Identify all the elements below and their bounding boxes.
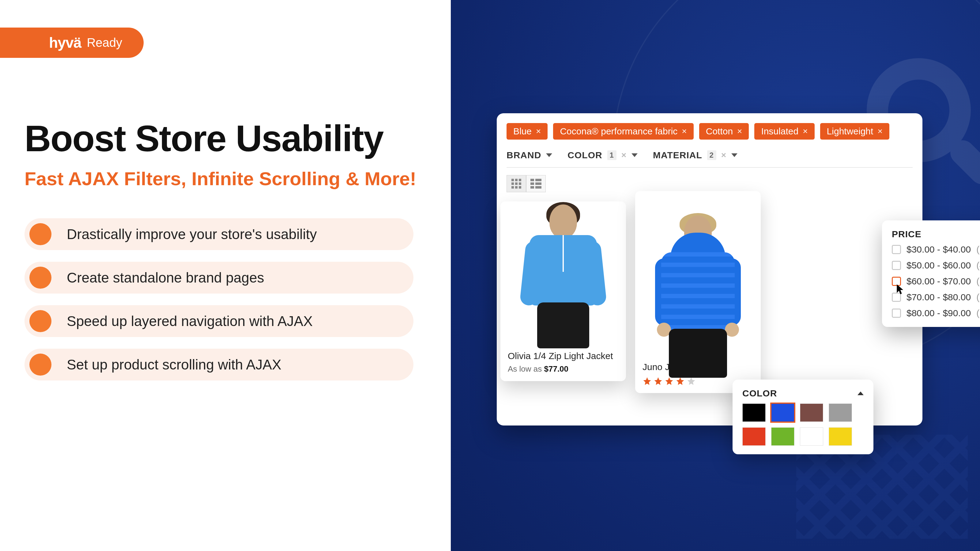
price-range-count: (1) xyxy=(976,244,980,255)
price-option[interactable]: $80.00 - $90.00 (1) xyxy=(892,308,980,318)
filter-chip-insulated[interactable]: Insulated × xyxy=(754,123,814,140)
bullet-dot-icon xyxy=(29,354,51,376)
filter-clear-icon[interactable]: × xyxy=(721,150,726,160)
subheadline: Fast AJAX Filters, Infinite Scrolling & … xyxy=(24,167,426,191)
feature-bullet-list: Drastically improve your store's usabili… xyxy=(24,218,426,381)
chevron-down-icon xyxy=(546,153,552,157)
chip-remove-icon[interactable]: × xyxy=(682,126,687,136)
price-option[interactable]: $60.00 - $70.00 (3) xyxy=(892,276,980,286)
price-range-count: (1) xyxy=(976,308,980,318)
filter-label: MATERIAL xyxy=(653,150,702,160)
price-range-label: $30.00 - $40.00 xyxy=(907,244,971,255)
filter-label: BRAND xyxy=(506,150,541,160)
model-illustration xyxy=(520,205,606,345)
filter-chip-cotton[interactable]: Cotton × xyxy=(699,123,749,140)
price-option[interactable]: $50.00 - $60.00 (4) xyxy=(892,260,980,271)
feature-bullet: Speed up layered navigation with AJAX xyxy=(24,305,414,337)
checkbox-icon[interactable] xyxy=(892,308,901,318)
price-range-count: (3) xyxy=(976,292,980,302)
bullet-dot-icon xyxy=(29,310,51,332)
star-icon xyxy=(676,376,685,386)
star-icon xyxy=(643,376,652,386)
chip-label: Cocona® performance fabric xyxy=(560,126,678,137)
price-prefix: As low as xyxy=(508,364,544,373)
checkbox-icon[interactable] xyxy=(892,245,901,254)
filter-chip-cocona[interactable]: Cocona® performance fabric × xyxy=(553,123,694,140)
feature-bullet: Drastically improve your store's usabili… xyxy=(24,218,414,250)
bullet-dot-icon xyxy=(29,267,51,289)
filter-clear-icon[interactable]: × xyxy=(621,150,627,160)
color-swatch-green[interactable] xyxy=(771,427,794,446)
chevron-up-icon[interactable] xyxy=(858,392,864,395)
color-filter-popover: COLOR xyxy=(733,380,873,454)
bullet-text: Create standalone brand pages xyxy=(67,269,264,286)
product-image xyxy=(500,202,626,345)
popover-title: PRICE xyxy=(892,229,921,240)
active-filter-chips: Blue × Cocona® performance fabric × Cott… xyxy=(506,123,913,140)
price-option[interactable]: $70.00 - $80.00 (3) xyxy=(892,292,980,302)
filter-label: COLOR xyxy=(568,150,602,160)
filter-count-badge: 1 xyxy=(607,150,616,160)
star-icon xyxy=(654,376,663,386)
price-option-list: $30.00 - $40.00 (1) $50.00 - $60.00 (4) … xyxy=(892,244,980,318)
price-range-label: $50.00 - $60.00 xyxy=(907,260,971,271)
color-swatch-brown[interactable] xyxy=(800,403,823,422)
product-image xyxy=(635,191,761,356)
chip-label: Lightweight xyxy=(827,126,873,137)
filter-color[interactable]: COLOR 1 × xyxy=(568,150,638,160)
product-card-juno[interactable]: Juno Jacket xyxy=(635,191,761,393)
chip-remove-icon[interactable]: × xyxy=(877,126,882,136)
filter-attribute-bar: BRAND COLOR 1 × MATERIAL 2 × xyxy=(506,150,913,168)
star-icon xyxy=(687,376,696,386)
price-filter-popover: PRICE $30.00 - $40.00 (1) $50.00 - $60.0… xyxy=(882,221,980,327)
chip-remove-icon[interactable]: × xyxy=(737,126,742,136)
color-swatch-blue[interactable] xyxy=(771,403,794,422)
price-option[interactable]: $30.00 - $40.00 (1) xyxy=(892,244,980,255)
price-range-label: $60.00 - $70.00 xyxy=(907,276,971,286)
chip-label: Insulated xyxy=(761,126,799,137)
color-swatch-red[interactable] xyxy=(742,427,766,446)
model-illustration xyxy=(655,216,741,356)
chip-remove-icon[interactable]: × xyxy=(536,126,541,136)
product-name: Olivia 1/4 Zip Light Jacket xyxy=(508,351,619,361)
list-view-button[interactable] xyxy=(526,175,546,192)
bullet-dot-icon xyxy=(29,223,51,245)
filter-material[interactable]: MATERIAL 2 × xyxy=(653,150,737,160)
color-swatch-grid xyxy=(742,403,864,446)
chip-label: Cotton xyxy=(706,126,733,137)
color-swatch-yellow[interactable] xyxy=(829,427,852,446)
filter-brand[interactable]: BRAND xyxy=(506,150,552,160)
demo-right-panel: Blue × Cocona® performance fabric × Cott… xyxy=(451,0,980,551)
filter-chip-lightweight[interactable]: Lightweight × xyxy=(820,123,889,140)
bullet-text: Speed up layered navigation with AJAX xyxy=(67,313,313,329)
color-swatch-black[interactable] xyxy=(742,403,766,422)
popover-title: COLOR xyxy=(742,388,777,399)
feature-bullet: Create standalone brand pages xyxy=(24,262,414,294)
headline: Boost Store Usability xyxy=(24,119,426,158)
price-range-count: (4) xyxy=(976,260,980,271)
price-range-label: $80.00 - $90.00 xyxy=(907,308,971,318)
color-swatch-gray[interactable] xyxy=(829,403,852,422)
mouse-cursor-icon xyxy=(896,283,905,295)
checkbox-icon[interactable] xyxy=(892,261,901,270)
filter-chip-blue[interactable]: Blue × xyxy=(506,123,547,140)
chevron-down-icon xyxy=(632,153,638,157)
price-range-label: $70.00 - $80.00 xyxy=(907,292,971,302)
hyva-ready-label: Ready xyxy=(87,36,122,49)
product-price-line: As low as $77.00 xyxy=(508,364,619,374)
chevron-down-icon xyxy=(731,153,737,157)
star-icon xyxy=(665,376,674,386)
hyva-ready-badge: hyvä Ready xyxy=(0,27,144,58)
feature-bullet: Set up product scrolling with AJAX xyxy=(24,349,414,381)
bullet-text: Set up product scrolling with AJAX xyxy=(67,356,282,373)
grid-view-button[interactable] xyxy=(506,175,526,192)
grid-icon xyxy=(511,179,521,189)
chip-remove-icon[interactable]: × xyxy=(803,126,808,136)
color-swatch-white[interactable] xyxy=(800,427,823,446)
product-card-olivia[interactable]: Olivia 1/4 Zip Light Jacket As low as $7… xyxy=(500,202,626,381)
chip-label: Blue xyxy=(513,126,531,137)
filter-count-badge: 2 xyxy=(707,150,716,160)
hyva-logo-text: hyvä xyxy=(49,34,81,51)
product-price: $77.00 xyxy=(544,364,569,373)
list-icon xyxy=(530,179,541,189)
